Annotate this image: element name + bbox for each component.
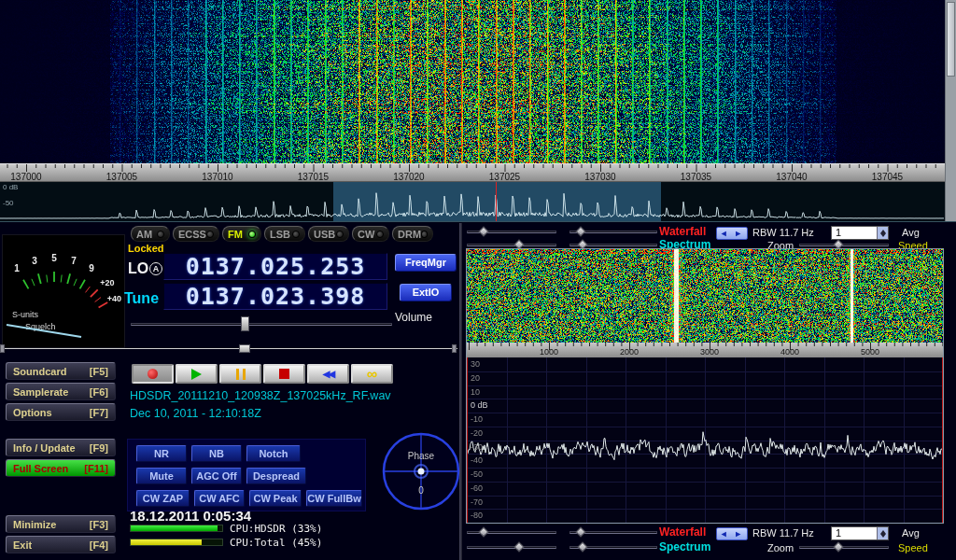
slider-thumb[interactable] bbox=[239, 344, 250, 353]
slider-thumb[interactable] bbox=[577, 541, 587, 552]
main-spectrum-db-mid: -50 bbox=[3, 199, 14, 207]
agc-off-button[interactable]: AGC Off bbox=[191, 468, 242, 484]
slider-thumb[interactable] bbox=[833, 239, 843, 249]
smeter-scale-7: 7 bbox=[71, 256, 77, 266]
mode-am-button[interactable]: AM bbox=[131, 226, 170, 242]
soundcard-button[interactable]: Soundcard[F5] bbox=[6, 362, 116, 380]
button-hotkey: [F3] bbox=[90, 519, 108, 530]
waterfall-scrollbar[interactable] bbox=[945, 0, 956, 221]
s-meter: 1 3 5 7 9 +20 +40 S-units Squelch bbox=[2, 234, 125, 348]
smeter-scale-3: 3 bbox=[32, 256, 37, 266]
cw-fullbw-button[interactable]: CW FullBw bbox=[306, 490, 362, 507]
smeter-tick bbox=[86, 287, 91, 292]
slider-track[interactable] bbox=[0, 348, 457, 349]
panel-divider-slider[interactable] bbox=[0, 343, 457, 354]
rx-spectrum-display[interactable] bbox=[467, 357, 943, 523]
lo-frequency-display[interactable]: 0137.025.253 bbox=[163, 253, 387, 280]
button-hotkey: [F4] bbox=[90, 539, 108, 551]
scale-label: 5000 bbox=[861, 347, 879, 357]
avg-label: Avg bbox=[902, 227, 920, 238]
cw-zap-button[interactable]: CW ZAP bbox=[136, 490, 190, 507]
spectrum-range-slider[interactable] bbox=[569, 542, 657, 553]
main-waterfall-display[interactable] bbox=[0, 0, 956, 163]
notch-button[interactable]: Notch bbox=[246, 445, 301, 462]
avg-dropdown[interactable]: 1 bbox=[831, 526, 889, 540]
cw-afc-button[interactable]: CW AFC bbox=[194, 490, 245, 507]
slider-thumb[interactable] bbox=[513, 239, 524, 249]
cpu-total-text: CPU:Total (45%) bbox=[230, 537, 322, 549]
freqmgr-button[interactable]: FreqMgr bbox=[395, 254, 457, 272]
slider-track[interactable] bbox=[467, 546, 556, 549]
waterfall-shift-buttons[interactable]: ◄ ► bbox=[716, 527, 748, 540]
tune-frequency-display[interactable]: 0137.023.398 bbox=[163, 283, 387, 310]
waterfall-brightness-slider[interactable] bbox=[467, 527, 556, 538]
slider-track[interactable] bbox=[131, 323, 392, 326]
options-button[interactable]: Options[F7] bbox=[6, 403, 116, 421]
main-frequency-scale[interactable]: 1370001370051370101370151370201370251370… bbox=[0, 163, 945, 182]
mode-label: USB bbox=[314, 229, 335, 240]
pause-button[interactable] bbox=[219, 364, 261, 384]
play-button[interactable] bbox=[176, 364, 218, 384]
waterfall-contrast-slider[interactable] bbox=[569, 527, 657, 538]
mode-usb-button[interactable]: USB bbox=[308, 226, 349, 242]
rewind-button[interactable]: ◀◀ bbox=[307, 364, 349, 384]
slider-thumb[interactable] bbox=[241, 316, 249, 331]
spectrum-offset-slider[interactable] bbox=[467, 542, 556, 553]
exit-button[interactable]: Exit[F4] bbox=[6, 536, 116, 553]
clock-display: 18.12.2011 0:05:34 bbox=[130, 508, 251, 524]
despread-button[interactable]: Despread bbox=[246, 468, 306, 484]
info-update-button[interactable]: Info / Update[F9] bbox=[6, 439, 116, 456]
spinner-arrows-icon[interactable] bbox=[877, 527, 888, 539]
phase-scope: Phase 0 bbox=[380, 430, 462, 512]
stop-button[interactable] bbox=[263, 364, 305, 384]
waterfall-contrast-slider[interactable] bbox=[569, 227, 657, 237]
record-button[interactable] bbox=[132, 364, 174, 384]
phase-value: 0 bbox=[418, 485, 424, 496]
lo-auto-badge[interactable]: A bbox=[149, 262, 162, 275]
minimize-button[interactable]: Minimize[F3] bbox=[6, 515, 116, 533]
avg-dropdown[interactable]: 1 bbox=[831, 226, 889, 240]
mode-label: ECSS bbox=[178, 229, 206, 240]
cw-peak-button[interactable]: CW Peak bbox=[249, 490, 302, 507]
mode-label: LSB bbox=[270, 229, 290, 240]
slider-thumb[interactable] bbox=[575, 226, 585, 236]
slider-thumb[interactable] bbox=[575, 526, 585, 537]
scrollbar-thumb[interactable] bbox=[947, 2, 955, 77]
mode-cw-button[interactable]: CW bbox=[352, 226, 389, 242]
slider-thumb[interactable] bbox=[833, 541, 843, 552]
fullscreen-button[interactable]: Full Screen[F11] bbox=[6, 459, 116, 477]
volume-slider[interactable] bbox=[131, 316, 392, 331]
rx-frequency-scale[interactable]: 10002000300040005000 bbox=[467, 343, 943, 357]
rx-waterfall-display[interactable] bbox=[467, 249, 943, 343]
waterfall-brightness-slider[interactable] bbox=[467, 227, 556, 237]
nr-button[interactable]: NR bbox=[136, 445, 187, 462]
mode-lsb-button[interactable]: LSB bbox=[264, 226, 305, 242]
mute-button[interactable]: Mute bbox=[136, 468, 187, 484]
mode-drm-button[interactable]: DRM bbox=[392, 226, 433, 242]
spinner-arrows-icon[interactable] bbox=[877, 227, 888, 239]
smeter-tick bbox=[38, 273, 41, 284]
main-spectrum-display[interactable] bbox=[0, 182, 945, 221]
smeter-scale-1: 1 bbox=[14, 263, 20, 273]
slider-track[interactable] bbox=[467, 244, 556, 246]
slider-thumb[interactable] bbox=[478, 226, 488, 236]
button-label: Soundcard bbox=[13, 366, 66, 377]
nb-button[interactable]: NB bbox=[191, 445, 242, 462]
loop-button[interactable]: ∞ bbox=[351, 364, 393, 384]
slider-thumb[interactable] bbox=[478, 526, 488, 537]
samplerate-button[interactable]: Samplerate[F6] bbox=[6, 383, 116, 400]
slider-thumb[interactable] bbox=[577, 239, 587, 249]
button-hotkey: [F9] bbox=[90, 442, 108, 454]
smeter-tick bbox=[99, 302, 108, 308]
zoom-slider[interactable] bbox=[799, 542, 889, 553]
extio-button[interactable]: ExtIO bbox=[400, 284, 452, 301]
rewind-icon: ◀◀ bbox=[323, 369, 333, 379]
waterfall-shift-buttons[interactable]: ◄ ► bbox=[716, 227, 748, 240]
slider-thumb[interactable] bbox=[513, 541, 524, 552]
mode-label: CW bbox=[358, 229, 374, 240]
button-hotkey: [F7] bbox=[90, 407, 108, 418]
button-label: Full Screen bbox=[13, 463, 68, 474]
mode-fm-button[interactable]: FM bbox=[222, 226, 261, 242]
phase-dot bbox=[418, 469, 425, 475]
mode-ecss-button[interactable]: ECSS bbox=[173, 226, 219, 242]
